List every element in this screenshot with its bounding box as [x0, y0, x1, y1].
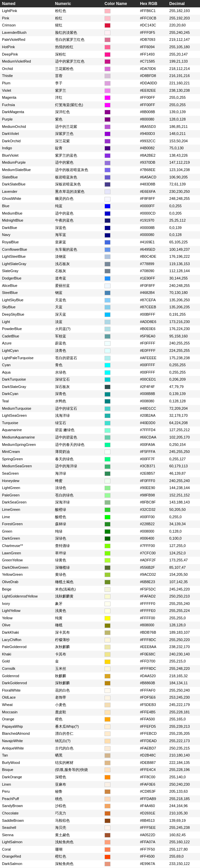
- cell-hex: #AFEEEE: [138, 354, 167, 362]
- color-swatch: [105, 587, 111, 592]
- cell-hex: #FAFAD2: [138, 593, 167, 600]
- color-swatch: [105, 695, 111, 700]
- table-row: Fuchsia灯笼海棠(紫红色)#FF00FF255,0,255: [0, 101, 200, 109]
- color-swatch: [105, 67, 111, 71]
- cell-color: [103, 36, 138, 43]
- cell-color: [103, 101, 138, 109]
- cell-color: [103, 29, 138, 36]
- cell-numeric: 马鞍棕色: [53, 817, 103, 825]
- cell-color: [103, 297, 138, 304]
- cell-decimal: 255,182,193: [167, 7, 200, 15]
- cell-color: [103, 564, 138, 571]
- cell-decimal: 244,164,96: [167, 802, 200, 810]
- cell-color: [103, 203, 138, 210]
- cell-named: Turquoise: [0, 420, 53, 427]
- cell-color: [103, 456, 138, 463]
- cell-numeric: 粉红色: [53, 7, 103, 15]
- cell-named: Peru: [0, 788, 53, 795]
- cell-hex: #6A5ACD: [138, 174, 167, 181]
- cell-numeric: 皇家蓝: [53, 239, 103, 246]
- cell-hex: #FAF0E6: [138, 781, 167, 788]
- table-row: PaleGoldenrod灰秋麒麟#EEE8AA238,232,170: [0, 643, 200, 651]
- table-row: CornflowerBlue矢车菊的蓝色#6495ED100,149,237: [0, 246, 200, 253]
- table-row: MediumVioletRed适中的紫罗兰红色#C71585199,21,133: [0, 58, 200, 65]
- cell-hex: #DEB887: [138, 759, 167, 767]
- table-row: OldLace老饰带#FDF5E6253,245,230: [0, 694, 200, 701]
- cell-numeric: 粉红: [53, 15, 103, 22]
- table-row: Lime酸橙色#00FF000,255,0: [0, 514, 200, 521]
- cell-numeric: 深兰花紫: [53, 137, 103, 145]
- cell-named: DarkBlue: [0, 224, 53, 231]
- color-swatch: [105, 471, 111, 476]
- cell-numeric: 桃色: [53, 795, 103, 803]
- color-swatch: [105, 23, 111, 28]
- cell-decimal: 245,255,250: [167, 448, 200, 456]
- cell-color: [103, 347, 138, 354]
- cell-decimal: 138,43,226: [167, 152, 200, 159]
- cell-named: LightSalmon: [0, 839, 53, 846]
- cell-named: MediumSlateBlue: [0, 166, 53, 174]
- table-row: PaleVioletRed苍白的紫罗兰红色#DB7093219,112,147: [0, 36, 200, 43]
- color-swatch: [105, 348, 111, 353]
- cell-decimal: 123,104,238: [167, 166, 200, 174]
- cell-numeric: 板岩暗蓝灰色: [53, 174, 103, 181]
- cell-color: [103, 839, 138, 846]
- cell-hex: #87CEEB: [138, 304, 167, 311]
- cell-color: [103, 195, 138, 203]
- cell-color: [103, 108, 138, 116]
- color-swatch: [105, 363, 111, 368]
- table-row: Wheat小麦色#F5DEB3245,222,179: [0, 701, 200, 709]
- cell-named: SlateGray: [0, 268, 53, 275]
- table-row: Moccasin鹿皮鞋#FFE4B5255,228,181: [0, 709, 200, 716]
- cell-decimal: 176,196,222: [167, 253, 200, 260]
- cell-numeric: 森林绿: [53, 521, 103, 528]
- cell-decimal: 0,0,255: [167, 203, 200, 210]
- table-row: GhostWhite幽灵的白色#F8F8FF248,248,255: [0, 195, 200, 203]
- cell-color: [103, 80, 138, 87]
- color-swatch: [105, 638, 111, 642]
- table-row: MediumSeaGreen适中的海洋绿#3CB37160,179,113: [0, 463, 200, 470]
- cell-named: Aquamarine: [0, 427, 53, 434]
- table-row: DarkGoldenrod深秋麒麟#B8860B184,134,11: [0, 680, 200, 687]
- color-swatch: [105, 609, 111, 613]
- cell-numeric: 晒黑: [53, 752, 103, 759]
- cell-decimal: 47,79,79: [167, 383, 200, 391]
- cell-decimal: 245,245,220: [167, 586, 200, 593]
- cell-color: [103, 340, 138, 347]
- color-swatch: [105, 486, 111, 490]
- table-row: DeepSkyBlue深天蓝#00BFFF0,191,255: [0, 311, 200, 318]
- cell-color: [103, 506, 138, 514]
- cell-hex: #D8BFD8: [138, 72, 167, 80]
- cell-hex: #DDA0DD: [138, 80, 167, 87]
- cell-numeric: 适中的蓝色: [53, 210, 103, 217]
- cell-named: SeaGreen: [0, 470, 53, 477]
- color-swatch: [105, 616, 111, 621]
- table-row: DarkCyan深青色#008B8B0,139,139: [0, 390, 200, 398]
- cell-numeric: 深绿宝石: [53, 376, 103, 383]
- cell-decimal: 184,134,11: [167, 680, 200, 687]
- cell-color: [103, 658, 138, 665]
- cell-color: [103, 629, 138, 637]
- color-swatch: [105, 493, 111, 498]
- cell-color: [103, 434, 138, 441]
- cell-hex: #E0FFFF: [138, 347, 167, 354]
- color-swatch: [105, 283, 111, 288]
- cell-numeric: 深天蓝: [53, 311, 103, 318]
- table-row: RoyalBlue皇家蓝#4169E165,105,225: [0, 239, 200, 246]
- color-swatch: [105, 9, 111, 13]
- cell-numeric: 苍白的绿色: [53, 492, 103, 499]
- cell-decimal: 240,255,255: [167, 340, 200, 347]
- cell-hex: #FFFFF0: [138, 600, 167, 608]
- table-row: MediumSpringGreen适中的春天的绿色#00FA9A0,250,15…: [0, 441, 200, 448]
- cell-decimal: 255,240,245: [167, 29, 200, 36]
- cell-named: OliveDrab: [0, 579, 53, 586]
- cell-color: [103, 427, 138, 434]
- cell-color: [103, 832, 138, 839]
- cell-hex: #FF00FF: [138, 101, 167, 109]
- cell-numeric: 春天的绿色: [53, 456, 103, 463]
- cell-color: [103, 781, 138, 788]
- cell-color: [103, 738, 138, 745]
- cell-color: [103, 43, 138, 51]
- cell-decimal: 205,133,63: [167, 788, 200, 795]
- cell-named: DarkMagenta: [0, 108, 53, 116]
